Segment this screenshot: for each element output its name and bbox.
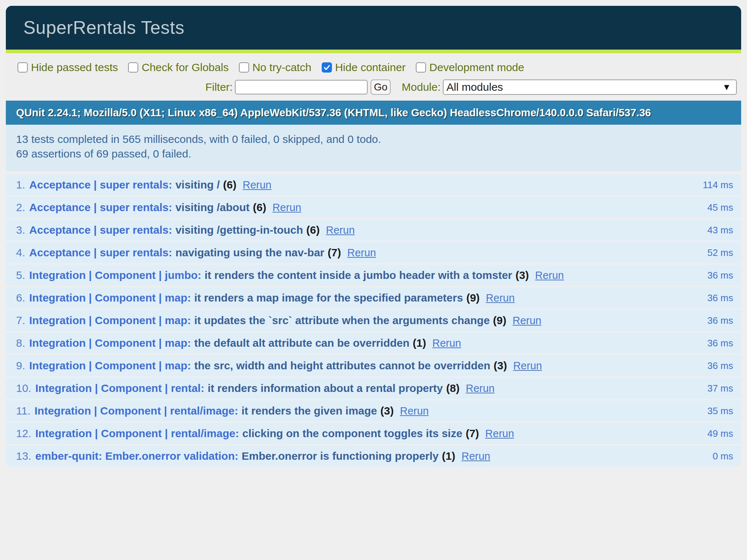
checkbox-hide-passed-tests[interactable]: Hide passed tests	[18, 61, 118, 74]
filter-row: Filter: Go Module: All modules ▼	[18, 79, 737, 95]
assertion-counts: (6)	[223, 179, 237, 191]
assertion-counts: (7)	[466, 427, 479, 439]
test-title[interactable]: 3.Acceptance | super rentals:visiting /g…	[16, 224, 703, 236]
test-number: 2.	[16, 201, 25, 213]
checkbox-label: Development mode	[429, 61, 524, 74]
test-runtime: 36 ms	[707, 315, 733, 326]
test-title[interactable]: 6.Integration | Component | map:it rende…	[16, 292, 703, 304]
module-name: Integration | Component | rental:	[35, 382, 204, 394]
test-title[interactable]: 10.Integration | Component | rental:it r…	[16, 382, 703, 394]
rerun-link[interactable]: Rerun	[461, 450, 490, 462]
test-number: 3.	[16, 224, 25, 236]
url-config-row: Hide passed tests Check for Globals No t…	[18, 61, 737, 74]
test-name: visiting /about	[175, 201, 249, 213]
rerun-link[interactable]: Rerun	[513, 360, 542, 372]
module-select-value: All modules	[446, 81, 722, 93]
rerun-link[interactable]: Rerun	[272, 202, 301, 213]
rerun-link[interactable]: Rerun	[326, 224, 355, 236]
test-row: 10.Integration | Component | rental:it r…	[6, 378, 741, 399]
test-name: it renders information about a rental pr…	[208, 382, 443, 394]
qunit-container: SuperRentals Tests Hide passed tests Che…	[6, 6, 741, 467]
test-number: 8.	[16, 337, 25, 349]
test-row: 13.ember-qunit: Ember.onerror validation…	[6, 446, 741, 467]
checkbox-box[interactable]	[128, 62, 138, 73]
test-row: 4.Acceptance | super rentals:navigating …	[6, 242, 741, 263]
rerun-link[interactable]: Rerun	[485, 428, 514, 439]
filter-label: Filter:	[205, 81, 233, 93]
test-name: visiting /getting-in-touch	[175, 224, 303, 236]
rerun-link[interactable]: Rerun	[400, 405, 429, 417]
test-number: 7.	[16, 314, 25, 326]
checkbox-label: Hide container	[335, 61, 406, 74]
assertion-counts: (9)	[466, 292, 480, 304]
checkbox-check-for-globals[interactable]: Check for Globals	[128, 61, 228, 74]
rerun-link[interactable]: Rerun	[466, 382, 495, 394]
test-number: 4.	[16, 246, 25, 258]
test-title[interactable]: 13.ember-qunit: Ember.onerror validation…	[16, 450, 708, 462]
test-name: it renders the given image	[241, 405, 377, 417]
test-name: the default alt attribute can be overrid…	[194, 337, 409, 349]
module-name: Acceptance | super rentals:	[29, 246, 172, 258]
test-row: 5.Integration | Component | jumbo:it ren…	[6, 265, 741, 286]
test-number: 10.	[16, 382, 31, 394]
useragent-bar: QUnit 2.24.1; Mozilla/5.0 (X11; Linux x8…	[6, 101, 741, 125]
rerun-link[interactable]: Rerun	[243, 179, 271, 191]
checkbox-hide-container[interactable]: Hide container	[322, 61, 406, 74]
module-name: Integration | Component | map:	[29, 292, 191, 304]
test-title[interactable]: 4.Acceptance | super rentals:navigating …	[16, 246, 703, 259]
checkbox-development-mode[interactable]: Development mode	[416, 61, 524, 74]
checkbox-box[interactable]	[18, 62, 28, 73]
module-name: Acceptance | super rentals:	[29, 179, 172, 191]
test-title[interactable]: 8.Integration | Component | map:the defa…	[16, 337, 703, 349]
test-title[interactable]: 2.Acceptance | super rentals:visiting /a…	[16, 201, 703, 214]
assertion-counts: (6)	[306, 224, 320, 236]
test-row: 12.Integration | Component | rental/imag…	[6, 423, 741, 444]
assertion-counts: (1)	[413, 337, 426, 349]
test-runtime: 52 ms	[707, 247, 733, 258]
test-row: 8.Integration | Component | map:the defa…	[6, 332, 741, 354]
checkbox-box[interactable]	[416, 62, 426, 73]
rerun-link[interactable]: Rerun	[432, 337, 461, 349]
checkbox-box[interactable]	[322, 62, 332, 73]
test-title[interactable]: 11.Integration | Component | rental/imag…	[16, 405, 703, 417]
checkmark-icon	[323, 63, 331, 71]
test-number: 11.	[16, 405, 30, 417]
assertion-counts: (6)	[253, 201, 266, 213]
test-name: the src, width and height attributes can…	[194, 359, 490, 372]
checkbox-label: No try-catch	[252, 61, 311, 74]
test-row: 9.Integration | Component | map:the src,…	[6, 355, 741, 376]
dropdown-arrow-icon: ▼	[722, 82, 731, 92]
module-select[interactable]: All modules ▼	[443, 79, 737, 95]
module-name: Acceptance | super rentals:	[29, 224, 172, 236]
test-runtime: 0 ms	[713, 451, 733, 462]
test-row: 2.Acceptance | super rentals:visiting /a…	[6, 197, 741, 218]
module-name: ember-qunit: Ember.onerror validation:	[35, 450, 239, 462]
module-name: Integration | Component | rental/image:	[34, 405, 238, 417]
go-button[interactable]: Go	[371, 79, 391, 95]
test-number: 9.	[16, 359, 25, 372]
test-title[interactable]: 12.Integration | Component | rental/imag…	[16, 427, 703, 440]
rerun-link[interactable]: Rerun	[486, 292, 515, 304]
test-title[interactable]: 7.Integration | Component | map:it updat…	[16, 314, 703, 327]
page-title: SuperRentals Tests	[23, 18, 734, 37]
rerun-link[interactable]: Rerun	[347, 247, 376, 258]
filter-input[interactable]	[235, 80, 368, 94]
test-row: 1.Acceptance | super rentals:visiting /(…	[6, 174, 741, 195]
test-title[interactable]: 1.Acceptance | super rentals:visiting /(…	[16, 179, 698, 191]
rerun-link[interactable]: Rerun	[512, 315, 541, 326]
assertion-counts: (8)	[446, 382, 460, 394]
test-runtime: 37 ms	[707, 383, 733, 394]
test-row: 11.Integration | Component | rental/imag…	[6, 400, 741, 421]
checkbox-no-try-catch[interactable]: No try-catch	[239, 61, 311, 74]
checkbox-box[interactable]	[239, 62, 249, 73]
pass-status-banner	[6, 50, 741, 53]
summary-line-tests: 13 tests completed in 565 milliseconds, …	[16, 132, 734, 147]
assertion-counts: (9)	[493, 314, 507, 326]
test-runtime: 43 ms	[707, 225, 733, 236]
test-title[interactable]: 9.Integration | Component | map:the src,…	[16, 359, 703, 372]
test-title[interactable]: 5.Integration | Component | jumbo:it ren…	[16, 269, 703, 281]
rerun-link[interactable]: Rerun	[535, 269, 564, 281]
test-name: Ember.onerror is functioning properly	[241, 450, 438, 462]
summary-line-assertions: 69 assertions of 69 passed, 0 failed.	[16, 147, 734, 161]
module-name: Integration | Component | rental/image:	[35, 427, 239, 439]
